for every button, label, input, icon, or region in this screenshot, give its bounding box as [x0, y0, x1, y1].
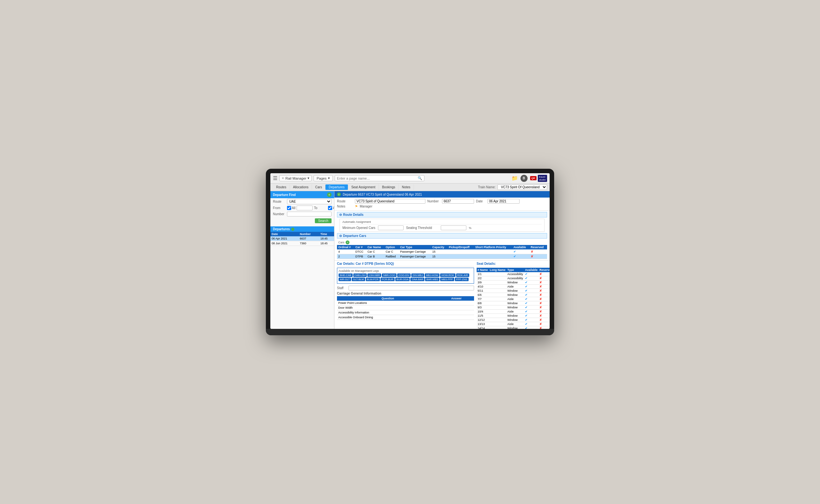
auto-assign-section: Automatic Assignment Minimum Opened Cars…	[339, 219, 545, 232]
car-row[interactable]: 4 DTCC Car C Car C Passenger Carriage 15…	[337, 249, 547, 254]
search-icon[interactable]: 🔍	[418, 176, 422, 180]
tab-bookings[interactable]: Bookings	[379, 184, 399, 190]
cars-col-reserved: Reserved	[530, 245, 547, 249]
leg-tag[interactable]: MBS-PPP	[440, 278, 454, 281]
seat-row[interactable]: 12/12Window✔✘✔	[477, 318, 550, 322]
seat-reserved: ✘	[539, 272, 550, 276]
seat-row[interactable]: 5/11Window✔✘✔	[477, 289, 550, 293]
route-details-header[interactable]: ⊖ Route Details	[337, 212, 547, 217]
leg-tag[interactable]: BLM-PCR	[366, 278, 380, 281]
seat-row[interactable]: 9/3Window✔✘✔	[477, 305, 550, 310]
departure-cars-header[interactable]: ⊖ Departure Cars	[337, 233, 547, 239]
cars-col-ordinal: Ordinal #	[337, 245, 354, 249]
seat-row[interactable]: 11/5Window✔✘✔	[477, 314, 550, 318]
leg-tag[interactable]: COO-DIV	[397, 273, 411, 277]
leg-tag[interactable]: ROK-AIR	[456, 273, 469, 277]
departure-row[interactable]: 06 Apr 2021 6637 18:45	[270, 236, 334, 241]
seat-available: ✔	[524, 280, 539, 285]
hamburger-icon[interactable]: ☰	[273, 175, 277, 181]
folder-icon[interactable]: 📁	[512, 175, 518, 181]
seat-row[interactable]: 2/2Accessibility✔✘✔	[477, 276, 550, 280]
seat-longname	[489, 301, 507, 305]
number-detail-input[interactable]	[442, 199, 474, 204]
tab-allocations[interactable]: Allocations	[290, 184, 312, 190]
pages-select[interactable]: Pages ▾	[313, 175, 332, 181]
seat-details-section: Seat Details: # Name Long Name Type Avai…	[477, 262, 547, 329]
staff-input[interactable]	[348, 286, 474, 290]
seat-row[interactable]: 4/10Aisle✔✘✔	[477, 285, 550, 289]
leg-tag[interactable]: AIR-GLT	[338, 278, 351, 281]
breadcrumb-select[interactable]: ✕ Rail Manager ▾	[279, 175, 312, 181]
leg-tag[interactable]: CAB-LSH	[353, 273, 367, 277]
carriage-row[interactable]: Door Width	[337, 305, 474, 310]
leg-tag[interactable]: OAA-BAR	[410, 278, 425, 281]
leg-tag[interactable]: LSH-NBR	[367, 273, 381, 277]
seat-row[interactable]: 6/6Window✔✘✔	[477, 293, 550, 297]
toolbar-right: 📁 B QR travelstudio	[512, 175, 547, 182]
cars-add-icon[interactable]: +	[345, 240, 349, 244]
carriage-question-4: Accessible Onboard Dining	[337, 315, 439, 320]
dep-date-2: 08 Jun 2021	[270, 241, 298, 246]
car-row[interactable]: 2 DTPB Car B RailBed Passenger Carriage …	[337, 254, 547, 259]
train-name-select[interactable]: VC73 Spirit Of Queensland	[498, 184, 547, 190]
tab-notes[interactable]: Notes	[399, 184, 414, 190]
car-capacity-1: 15	[431, 249, 448, 254]
carriage-answer-3[interactable]	[439, 310, 474, 315]
search-input[interactable]	[337, 176, 418, 180]
carriage-answer-4[interactable]	[439, 315, 474, 320]
seat-row[interactable]: 10/4Aisle✔✘✔	[477, 310, 550, 314]
from-input[interactable]	[296, 206, 312, 210]
seat-row[interactable]: 8/8Window✔✘✔	[477, 301, 550, 305]
route-detail-input[interactable]	[355, 199, 426, 204]
carriage-row[interactable]: Accessibility Information	[337, 310, 474, 315]
cars-label: Cars	[338, 241, 344, 244]
leg-tag[interactable]: PCR-BUR	[380, 278, 394, 281]
departure-row[interactable]: 08 Jun 2021 7360 18:45	[270, 241, 334, 246]
search-box[interactable]: 🔍	[335, 175, 425, 181]
leg-tag[interactable]: NBR-COO	[382, 273, 396, 277]
seat-row[interactable]: 7/7Aisle✔✘✔	[477, 297, 550, 301]
leg-tag[interactable]: GLT-BLM	[352, 278, 365, 281]
car-name-1: Car C	[366, 249, 384, 254]
search-button[interactable]: Search	[315, 218, 331, 223]
notes-detail-row: Notes ⚑ Manager	[337, 205, 547, 208]
route-select[interactable]: UAE	[287, 199, 331, 204]
carriage-answer-2[interactable]	[439, 305, 474, 310]
train-name-label: Train Name:	[478, 185, 496, 189]
car-platform-1	[474, 249, 512, 254]
seat-row[interactable]: 14/14Window✔✘✔	[477, 326, 550, 329]
cars-table: Ordinal # Car # Car Name Option Car Type…	[337, 245, 547, 259]
leg-tag[interactable]: MBJ-HOW	[425, 273, 440, 277]
to-all-checkbox[interactable]	[328, 206, 332, 210]
carriage-row[interactable]: Accessible Onboard Dining	[337, 315, 474, 320]
avatar[interactable]: B	[521, 175, 528, 182]
departure-find-add-button[interactable]: +	[327, 192, 331, 197]
car-num-1: DTCC	[354, 249, 366, 254]
min-opened-input[interactable]	[378, 225, 403, 230]
leg-tag[interactable]: BAR-MBS	[425, 278, 439, 281]
date-detail-input[interactable]	[488, 199, 520, 204]
tab-routes[interactable]: Routes	[273, 184, 290, 190]
seat-row[interactable]: 13/13Aisle✔✘✔	[477, 322, 550, 326]
seating-threshold-input[interactable]	[441, 225, 467, 230]
leg-tag[interactable]: BHE-CAB	[338, 273, 353, 277]
carriage-question-3: Accessibility Information	[337, 310, 439, 315]
car-name-2: Car B	[366, 254, 384, 259]
leg-tag[interactable]: HOW-ROK	[440, 273, 455, 277]
tab-seat-assignment[interactable]: Seat Assignment	[348, 184, 379, 190]
leg-tag[interactable]: PPP-ZNS	[455, 278, 469, 281]
leg-tag[interactable]: DIV-MBJ	[411, 273, 424, 277]
seat-row[interactable]: 3/9Window✔✘✔	[477, 280, 550, 285]
carriage-row[interactable]: Power Point Locations	[337, 301, 474, 305]
carriage-answer-1[interactable]	[439, 301, 474, 305]
tab-departures[interactable]: Departures	[325, 184, 348, 190]
number-input[interactable]	[287, 212, 331, 216]
dep-col-number: Number	[298, 232, 319, 236]
breadcrumb-close-icon[interactable]: ✕	[281, 176, 284, 180]
tab-cars[interactable]: Cars	[312, 184, 325, 190]
travel-studio-logo: travelstudio	[538, 175, 547, 182]
leg-tag[interactable]: BUR-OGA	[395, 278, 410, 281]
seat-available: ✔	[524, 293, 539, 297]
from-all-checkbox[interactable]	[287, 206, 291, 210]
seat-row[interactable]: 1/1Accessibility✔✘✔	[477, 272, 550, 276]
